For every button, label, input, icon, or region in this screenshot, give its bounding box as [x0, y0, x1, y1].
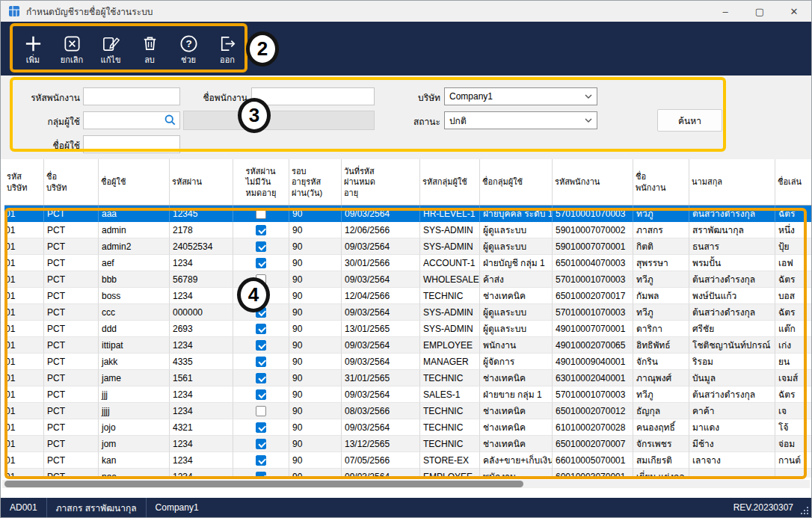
- col-username[interactable]: ชื่อผู้ใช้: [99, 159, 170, 205]
- col-cycle-days[interactable]: รอบ อายุรหัส ผ่าน(วัน): [289, 159, 342, 205]
- horizontal-scrollbar[interactable]: [2, 480, 810, 488]
- delete-button[interactable]: ลบ: [132, 25, 167, 72]
- table-row[interactable]: 01 PCT jame 1561 90 31/01/2565 TECHNIC ช…: [4, 370, 811, 386]
- never-expire-checkbox[interactable]: [256, 307, 266, 318]
- cell-company-name: PCT: [44, 321, 99, 337]
- table-row[interactable]: 01 PCT jom 1234 90 13/12/2565 TECHNIC ช่…: [4, 436, 811, 452]
- never-expire-checkbox[interactable]: [256, 324, 266, 334]
- username-input[interactable]: [83, 135, 180, 153]
- never-expire-checkbox[interactable]: [256, 291, 266, 301]
- cell-group-name: ผู้ดูแลระบบ: [480, 222, 553, 238]
- search-button[interactable]: ค้นหา: [657, 109, 722, 132]
- exit-button[interactable]: ออก: [210, 25, 244, 72]
- table-row[interactable]: 01 PCT ddd 2693 90 13/01/2565 SYS-ADMIN …: [4, 321, 811, 337]
- cell-first-name: จักริน: [633, 354, 689, 370]
- cell-first-name: ธัญกุล: [633, 403, 689, 419]
- col-password[interactable]: รหัสผ่าน: [170, 159, 233, 205]
- never-expire-checkbox[interactable]: [256, 406, 266, 416]
- cell-first-name: ทวีภู: [633, 304, 689, 321]
- col-company-code[interactable]: รหัส บริษัท: [4, 159, 44, 205]
- col-first-name[interactable]: ชื่อ พนักงาน: [633, 159, 689, 205]
- table-row[interactable]: 01 PCT ccc 000000 90 09/03/2564 SYS-ADMI…: [4, 304, 811, 321]
- col-employee-code[interactable]: รหัสพนักงาน: [553, 159, 633, 205]
- cell-last-name: ต้นสว่างดำรงกุล: [689, 271, 775, 288]
- maximize-button[interactable]: ▢: [742, 1, 777, 22]
- table-row[interactable]: 01 PCT jjj 1234 90 09/03/2564 SALES-1 ฝ่…: [4, 386, 811, 403]
- table-row[interactable]: 01 PCT ittipat 1234 90 09/03/2564 EMPLOY…: [4, 337, 811, 354]
- chevron-down-icon: [585, 93, 592, 100]
- table-row[interactable]: 01 PCT admin2 24052534 90 09/03/2564 SYS…: [4, 238, 811, 255]
- cell-expire-date: 08/03/2566: [342, 403, 420, 419]
- cell-username: bbb: [99, 271, 170, 288]
- col-never-expire[interactable]: รหัสผ่าน ไม่มีวัน หมดอายุ: [233, 159, 289, 205]
- never-expire-checkbox[interactable]: [256, 373, 266, 383]
- status-dropdown[interactable]: ปกติ: [444, 111, 597, 129]
- help-button[interactable]: ? ช่วย: [171, 25, 206, 72]
- col-company-name[interactable]: ชื่อ บริษัท: [44, 159, 99, 205]
- cell-cycle-days: 90: [289, 321, 342, 337]
- cell-password: 4321: [170, 419, 233, 436]
- never-expire-checkbox[interactable]: [256, 258, 266, 268]
- cell-username: kan: [99, 452, 170, 469]
- table-row[interactable]: 01 PCT admin 2178 90 12/06/2566 SYS-ADMI…: [4, 222, 811, 238]
- company-dropdown[interactable]: Company1: [444, 87, 597, 105]
- cell-company-code: 01: [4, 436, 44, 452]
- cell-expire-date: 12/06/2566: [342, 222, 420, 238]
- cell-password: 2178: [170, 222, 233, 238]
- table-row[interactable]: 01 PCT jjjj 1234 90 08/03/2566 TECHNIC ช…: [4, 403, 811, 419]
- never-expire-checkbox[interactable]: [256, 422, 266, 433]
- scrollbar-thumb[interactable]: [4, 481, 523, 487]
- cell-first-name: กิตติ: [633, 238, 689, 255]
- cell-company-name: PCT: [44, 222, 99, 238]
- cell-never-expire: [233, 403, 289, 419]
- never-expire-checkbox[interactable]: [256, 472, 266, 478]
- never-expire-checkbox[interactable]: [256, 225, 266, 235]
- never-expire-checkbox[interactable]: [256, 241, 266, 252]
- cell-first-name: กัมพล: [633, 288, 689, 304]
- minimize-button[interactable]: –: [708, 1, 742, 22]
- table-row[interactable]: 01 PCT jojo 4321 90 09/03/2564 TECHNIC ช…: [4, 419, 811, 436]
- resize-grip-icon[interactable]: [807, 513, 808, 514]
- col-group-code[interactable]: รหัสกลุ่มผู้ใช้: [420, 159, 480, 205]
- table-row[interactable]: 01 PCT kan 1234 90 07/05/2566 STORE-EX ค…: [4, 452, 811, 469]
- cell-last-name: ริรอม: [689, 354, 775, 370]
- table-row[interactable]: 01 PCT aef 1234 90 30/01/2566 ACCOUNT-1 …: [4, 255, 811, 271]
- never-expire-checkbox[interactable]: [256, 439, 266, 449]
- cell-username: nae: [99, 469, 170, 478]
- cell-last-name: -: [689, 469, 775, 478]
- never-expire-checkbox[interactable]: [256, 389, 266, 400]
- cell-password: 000000: [170, 304, 233, 321]
- add-button[interactable]: เพิ่ม: [16, 25, 50, 72]
- window-controls: – ▢ ✕: [708, 1, 811, 22]
- cell-employee-code: 57010001070003: [553, 206, 633, 222]
- cell-last-name: โชติชญานันท์ปกรณ์: [689, 337, 775, 354]
- col-last-name[interactable]: นามสกุล: [689, 159, 775, 205]
- table-row[interactable]: 01 PCT jakk 4335 90 09/03/2564 MANAGER ผ…: [4, 354, 811, 370]
- cell-never-expire: [233, 238, 289, 255]
- cell-never-expire: [233, 386, 289, 403]
- never-expire-checkbox[interactable]: [256, 455, 266, 466]
- cell-expire-date: 09/03/2564: [342, 386, 420, 403]
- table-row[interactable]: 01 PCT boss 1234 90 12/04/2566 TECHNIC ช…: [4, 288, 811, 304]
- cell-group-code: TECHNIC: [420, 403, 480, 419]
- never-expire-checkbox[interactable]: [256, 357, 266, 367]
- col-group-name[interactable]: ชื่อกลุ่มผู้ใช้: [480, 159, 553, 205]
- cell-nickname: เอฟ: [775, 255, 811, 271]
- col-expire-date[interactable]: วันที่รหัส ผ่านหมด อายุ: [342, 159, 420, 205]
- table-row[interactable]: 01 PCT nae 1234 90 09/03/2564 EMPLOYEE พ…: [4, 469, 811, 478]
- col-nickname[interactable]: ชื่อเล่น: [775, 159, 812, 205]
- cell-expire-date: 09/03/2564: [342, 419, 420, 436]
- cell-expire-date: 09/03/2564: [342, 354, 420, 370]
- cell-never-expire: [233, 304, 289, 321]
- cancel-button[interactable]: ยกเลิก: [55, 25, 89, 72]
- employee-name-input[interactable]: [251, 87, 375, 105]
- edit-button[interactable]: แก้ไข: [93, 25, 128, 72]
- never-expire-checkbox[interactable]: [256, 274, 266, 285]
- employee-code-input[interactable]: [83, 87, 180, 105]
- cell-username: ccc: [99, 304, 170, 321]
- table-row[interactable]: 01 PCT bbb 56789 90 09/03/2564 WHOLESALE…: [4, 271, 811, 288]
- never-expire-checkbox[interactable]: [256, 209, 266, 219]
- close-button[interactable]: ✕: [777, 1, 811, 22]
- table-row[interactable]: 01 PCT aaa 12345 90 09/03/2564 HR-LEVEL-…: [4, 206, 811, 222]
- never-expire-checkbox[interactable]: [256, 340, 266, 351]
